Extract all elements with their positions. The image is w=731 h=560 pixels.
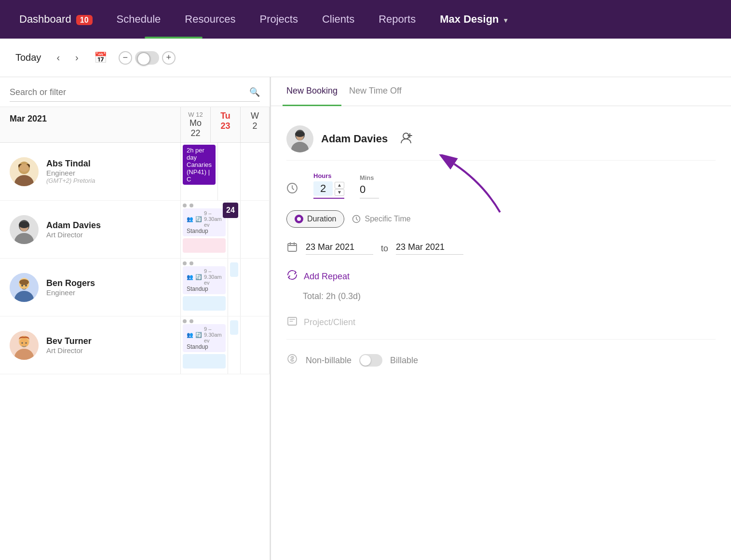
cal-cell-bev-extra[interactable] — [241, 316, 270, 374]
add-person-button[interactable] — [399, 131, 413, 147]
nav-company[interactable]: Max Design ▾ — [435, 9, 512, 29]
calendar-day-extra: W 2 — [241, 107, 270, 142]
mins-value[interactable]: 0 — [360, 183, 379, 199]
standup-block[interactable]: 👥 🔄 9 – 9.30am ev Standup — [183, 324, 226, 352]
person-row: Adam Davies — [286, 118, 716, 161]
cal-cell-adam-extra[interactable] — [241, 201, 270, 258]
today-button[interactable]: Today — [12, 50, 45, 65]
nav-reports[interactable]: Reports — [374, 9, 420, 29]
svg-point-23 — [26, 342, 27, 343]
project-placeholder[interactable]: Project/Client — [304, 317, 355, 328]
light-blue-block — [230, 262, 238, 277]
hours-decrement[interactable]: ▼ — [335, 189, 344, 196]
light-blue-block — [183, 296, 226, 311]
svg-point-21 — [20, 338, 28, 347]
date-to[interactable]: 23 Mar 2021 — [396, 242, 463, 255]
zoom-out-button[interactable]: − — [119, 51, 132, 65]
prev-button[interactable]: ‹ — [53, 49, 64, 66]
svg-point-15 — [19, 279, 29, 285]
form-body: Adam Davies Ho — [271, 106, 731, 560]
svg-point-27 — [295, 131, 305, 137]
zoom-in-button[interactable]: + — [162, 51, 176, 65]
booking-block[interactable]: 2h per dayCanaries (NP41) | C — [183, 145, 216, 185]
hours-input-wrap: 2 ▲ ▼ — [313, 181, 344, 199]
person-name: Adam Davies — [321, 133, 388, 145]
duration-button[interactable]: Duration — [286, 210, 344, 228]
search-input-wrap: 🔍 — [10, 87, 260, 102]
hours-increment[interactable]: ▲ — [335, 182, 344, 189]
calendar-icon — [286, 241, 298, 256]
cal-cell-bev-23[interactable] — [228, 316, 241, 374]
add-repeat-label: Add Repeat — [304, 272, 350, 282]
dollar-icon — [286, 353, 298, 368]
nav-schedule[interactable]: Schedule — [112, 9, 166, 29]
dashboard-badge: 10 — [76, 15, 93, 25]
calendar-day-22: W 12 Mo 22 — [181, 107, 211, 142]
light-blue-block — [230, 320, 238, 335]
avatar — [10, 331, 39, 360]
date-row: 23 Mar 2021 to 23 Mar 2021 — [286, 241, 716, 256]
cal-cell-ben-22[interactable]: 👥 🔄 9 – 9.30am ev Standup — [181, 259, 228, 316]
toolbar: Today ‹ › 📅 − + — [0, 39, 731, 77]
svg-point-10 — [19, 221, 29, 228]
specific-time-button[interactable]: Specific Time — [352, 215, 410, 223]
resource-name: Ben Rogers — [46, 278, 95, 288]
resource-info-ben: Ben Rogers Engineer — [0, 259, 181, 316]
tab-new-booking[interactable]: New Booking — [283, 77, 341, 106]
next-button[interactable]: › — [71, 49, 82, 66]
billable-toggle[interactable] — [359, 354, 382, 367]
cal-cell-bev-22[interactable]: 👥 🔄 9 – 9.30am ev Standup — [181, 316, 228, 374]
pink-block — [183, 238, 226, 253]
table-row: Abs Tindal Engineer (GMT+2) Pretoria 2h … — [0, 143, 270, 201]
avatar — [10, 157, 39, 186]
project-icon — [286, 315, 298, 329]
main-area: 🔍 Mar 2021 W 12 Mo 22 Tu 23 W 2 — [0, 77, 731, 560]
person-avatar — [286, 125, 313, 152]
calendar-month: Mar 2021 — [0, 107, 181, 142]
table-row: Ben Rogers Engineer 👥 🔄 9 – 9.30am ev — [0, 259, 270, 316]
total-value: Total: 2h (0.3d) — [303, 291, 361, 301]
cal-cell-abs-22[interactable]: 2h per dayCanaries (NP41) | C — [181, 143, 218, 200]
standup-block[interactable]: 👥 🔄 9 – 9.30am ev Standup — [183, 208, 226, 236]
table-row: Bev Turner Art Director 👥 🔄 9 – 9.30am e… — [0, 316, 270, 374]
calendar-icon[interactable]: 📅 — [90, 49, 111, 67]
hours-field: Hours 2 ▲ ▼ — [313, 172, 344, 199]
cal-cell-adam-22[interactable]: 👥 🔄 9 – 9.30am ev Standup — [181, 201, 228, 258]
chevron-down-icon: ▾ — [504, 16, 507, 24]
svg-point-22 — [22, 342, 23, 343]
cal-cell-ben-23[interactable] — [228, 259, 241, 316]
light-blue-block — [183, 354, 226, 369]
standup-block[interactable]: 👥 🔄 9 – 9.30am ev Standup — [183, 266, 226, 294]
hours-stepper: ▲ ▼ — [335, 182, 344, 196]
svg-rect-32 — [288, 244, 297, 251]
nav-resources[interactable]: Resources — [180, 9, 240, 29]
duration-row: Duration Specific Time — [286, 210, 716, 228]
svg-point-29 — [403, 133, 409, 139]
nav-dashboard[interactable]: Dashboard 10 — [14, 9, 97, 29]
add-repeat-row[interactable]: Add Repeat — [286, 269, 716, 284]
date-to-label: to — [381, 244, 388, 254]
form-tabs: New Booking New Time Off — [271, 77, 731, 106]
cal-cell-ben-extra[interactable] — [241, 259, 270, 316]
svg-point-5 — [19, 164, 29, 172]
search-bar: 🔍 — [0, 77, 270, 107]
project-row: Project/Client — [286, 315, 716, 340]
specific-time-label: Specific Time — [365, 215, 410, 223]
nav-clients[interactable]: Clients — [317, 9, 359, 29]
date-from[interactable]: 23 Mar 2021 — [306, 242, 373, 255]
zoom-slider[interactable] — [135, 51, 159, 65]
mins-label: Mins — [360, 174, 379, 181]
cal-cell-abs-extra[interactable] — [241, 143, 270, 200]
resource-info-adam: Adam Davies Art Director — [0, 201, 181, 258]
clock-icon — [286, 182, 298, 197]
hours-value[interactable]: 2 — [313, 181, 333, 196]
zoom-control: − + — [119, 51, 176, 65]
search-input[interactable] — [10, 87, 249, 97]
resource-role: Engineer — [46, 288, 95, 297]
nav-projects[interactable]: Projects — [255, 9, 302, 29]
avatar — [10, 273, 39, 302]
cal-cell-adam-23[interactable]: 24 — [228, 201, 241, 258]
resource-name: Adam Davies — [46, 220, 101, 231]
cal-cell-abs-23[interactable] — [218, 143, 241, 200]
tab-new-time-off[interactable]: New Time Off — [345, 77, 406, 106]
